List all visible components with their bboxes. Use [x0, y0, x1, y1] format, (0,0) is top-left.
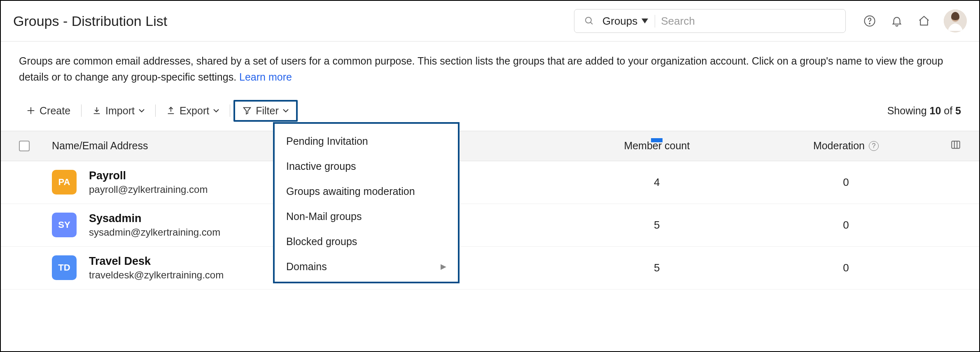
search-icon	[582, 14, 597, 28]
group-name[interactable]: Travel Desk	[89, 255, 224, 268]
filter-option-inactive-groups[interactable]: Inactive groups	[275, 154, 458, 179]
filter-label: Filter	[256, 105, 279, 117]
table-row[interactable]: PA Payroll payroll@zylkertraining.com Me…	[1, 161, 979, 204]
sort-indicator	[651, 138, 663, 142]
showing-mid: of	[941, 105, 955, 116]
filter-option-label: Non-Mail groups	[286, 211, 362, 222]
page-title: Groups - Distribution List	[13, 13, 167, 29]
top-icons	[862, 9, 967, 32]
table-row[interactable]: SY Sysadmin sysadmin@zylkertraining.com …	[1, 204, 979, 247]
search-scope-label: Groups	[602, 15, 637, 28]
search-box[interactable]: Groups	[574, 9, 846, 33]
filter-option-label: Domains	[286, 261, 327, 273]
group-name[interactable]: Sysadmin	[89, 212, 220, 225]
export-label: Export	[180, 105, 209, 117]
svg-point-0	[586, 17, 591, 23]
group-avatar: PA	[52, 170, 77, 195]
filter-option-non-mail[interactable]: Non-Mail groups	[275, 204, 458, 229]
row-member-count: 5	[562, 219, 751, 232]
create-button[interactable]: Create	[19, 102, 78, 120]
filter-option-label: Pending Invitation	[286, 135, 368, 147]
filter-option-domains[interactable]: Domains▶	[275, 254, 458, 279]
learn-more-link[interactable]: Learn more	[239, 71, 292, 83]
submenu-arrow-icon: ▶	[441, 262, 446, 271]
page-description: Groups are common email addresses, share…	[1, 42, 979, 93]
export-icon	[166, 106, 175, 115]
home-icon[interactable]	[917, 14, 931, 28]
svg-marker-2	[642, 19, 648, 23]
filter-option-label: Inactive groups	[286, 160, 356, 172]
search-input[interactable]	[661, 15, 838, 28]
separator	[230, 104, 230, 117]
row-moderation: 0	[751, 219, 940, 232]
group-email: payroll@zylkertraining.com	[89, 184, 208, 195]
select-all-checkbox[interactable]	[19, 141, 30, 151]
filter-option-pending-invitation[interactable]: Pending Invitation	[275, 129, 458, 154]
filter-option-awaiting-moderation[interactable]: Groups awaiting moderation	[275, 179, 458, 204]
showing-total: 5	[955, 105, 961, 116]
chevron-down-icon	[213, 109, 219, 113]
toolbar: Create Import Export Filter Showing 10 o…	[1, 93, 979, 131]
import-icon	[92, 106, 101, 115]
search-scope-selector[interactable]: Groups	[602, 15, 655, 28]
import-label: Import	[105, 105, 135, 117]
chevron-down-icon	[283, 109, 289, 113]
top-bar: Groups - Distribution List Groups	[1, 1, 979, 42]
group-avatar: TD	[52, 255, 77, 280]
column-settings[interactable]	[940, 139, 961, 153]
group-email: traveldesk@zylkertraining.com	[89, 269, 224, 281]
avatar[interactable]	[944, 9, 967, 32]
separator	[81, 104, 82, 117]
column-moderation[interactable]: Moderation ?	[751, 140, 940, 152]
column-member-count[interactable]: Member count	[562, 140, 751, 152]
description-text: Groups are common email addresses, share…	[19, 55, 943, 83]
help-icon[interactable]: ?	[869, 141, 879, 151]
create-label: Create	[40, 105, 70, 117]
filter-option-label: Blocked groups	[286, 236, 357, 248]
import-button[interactable]: Import	[85, 102, 152, 120]
export-button[interactable]: Export	[159, 102, 226, 120]
filter-option-blocked[interactable]: Blocked groups	[275, 229, 458, 254]
select-all-cell	[19, 141, 52, 151]
showing-text: Showing 10 of 5	[887, 105, 961, 117]
filter-button[interactable]: Filter	[233, 100, 298, 122]
bell-icon[interactable]	[889, 14, 904, 28]
svg-point-4	[869, 23, 870, 24]
filter-dropdown: Pending Invitation Inactive groups Group…	[273, 122, 460, 283]
row-member-count: 4	[562, 176, 751, 189]
group-name[interactable]: Payroll	[89, 169, 208, 182]
row-member-count: 5	[562, 262, 751, 274]
table: Name/Email Address ? Member count Modera…	[1, 131, 979, 289]
help-icon[interactable]	[862, 14, 877, 28]
table-header: Name/Email Address ? Member count Modera…	[1, 131, 979, 161]
showing-prefix: Showing	[887, 105, 930, 116]
plus-icon	[26, 106, 35, 115]
svg-line-1	[590, 22, 593, 24]
column-moderation-label: Moderation	[813, 140, 865, 152]
separator	[155, 104, 156, 117]
row-moderation: 0	[751, 176, 940, 189]
svg-rect-9	[952, 141, 960, 148]
table-row[interactable]: TD Travel Desk traveldesk@zylkertraining…	[1, 247, 979, 289]
group-email: sysadmin@zylkertraining.com	[89, 227, 220, 238]
caret-down-icon	[642, 19, 648, 23]
columns-icon	[950, 139, 961, 150]
filter-option-label: Groups awaiting moderation	[286, 185, 415, 197]
group-avatar: SY	[52, 213, 77, 237]
row-moderation: 0	[751, 262, 940, 274]
chevron-down-icon	[139, 109, 145, 113]
filter-icon	[243, 106, 252, 115]
showing-count: 10	[930, 105, 941, 116]
